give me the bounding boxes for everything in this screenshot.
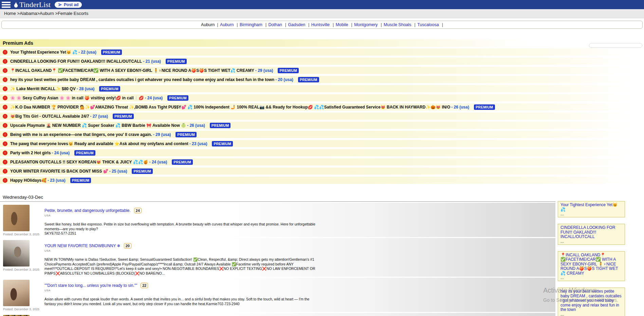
premium-ad-title[interactable]: PLEASANTON OUTCALLS !! SEXY KOREAN😻 THIC… [10,160,148,164]
premium-ad-row: ↑✨ Lake Merritt INCALL✨ $80 QV - 28 (usa… [0,85,644,92]
listing-left: Posted: December 3, 2025 [3,205,39,236]
city-link[interactable]: Muscle Shoals [384,22,411,27]
premium-ad-title[interactable]: ✨K.O Daa NUMBER 🏆 PROVIDER 💁✨💕AMAZING Th… [10,105,450,110]
up-arrow-icon: ↑ [3,86,7,91]
city-separator: | [215,22,219,27]
listing-body: YOUR NEW FAVORITE SNOWBUNNY ❄20USANEW IN… [44,240,316,276]
premium-ad-title[interactable]: ✨ Lake Merritt INCALL✨ $80 QV [10,86,76,91]
premium-badge: PREMIUM [167,95,188,101]
city-link[interactable]: Gadsden [288,22,305,27]
listing-left: Posted: December 3, 2025 [3,240,39,276]
sidebar-premium-previews: Your Tightest Experience Yet😼 💦...CINDER… [558,201,625,316]
premium-ad-age: - 29 (usa) [153,132,171,137]
premium-badge: PREMIUM [70,178,91,183]
sidebar-ad-link[interactable]: 📍INCALL OAKLAND📍 ✅FACETIME/CAR✅ WITH A S… [560,253,622,276]
premium-ad-title[interactable]: YOUR WINTER FAVORITE IS BACK DONT MISS 💕 [10,169,108,174]
premium-badge: PREMIUM [99,86,120,92]
premium-ad-title[interactable]: CINDERELLA LOOKING FOR FUN!!! OAKLAND!!!… [10,59,142,64]
listing-row: A lady for all occasions38USA [0,313,555,316]
premium-ad-title[interactable]: Party with 2 Hot girls [10,151,51,155]
up-arrow-icon: ↑ [3,160,7,164]
city-separator: | [283,22,288,27]
premium-ad-row: ↑Being with me is an experience—one that… [0,131,644,138]
city-link[interactable]: Dothan [268,22,282,27]
premium-ad-row: ↑😻Big Tits Girl - OUTCALL Available 24/7… [0,113,644,120]
listing-thumbnail[interactable] [3,240,30,266]
city-current: Auburn [201,22,215,27]
brand-logo[interactable]: TinderList [13,0,51,9]
premium-ad-age: - 27 (usa) [90,114,108,119]
premium-ad-title[interactable]: Being with me is an experience—one that … [10,132,152,137]
flame-icon [13,1,19,8]
city-link[interactable]: Huntsville [311,22,330,27]
posted-date: Posted: December 3, 2025 [3,268,39,271]
up-arrow-icon: ↑ [3,114,7,119]
listings-list: Posted: December 3, 2025Petite, brunette… [0,203,555,316]
up-arrow-icon: ↑ [3,105,7,110]
city-separator: | [330,22,335,27]
premium-ad-age: - 23 (usa) [48,178,66,183]
up-arrow-icon: ↑ [3,96,7,100]
up-arrow-icon: ↑ [3,151,7,155]
premium-badge: PREMIUM [298,77,319,82]
premium-ad-title[interactable]: 🌸 🌸 Sexy CuRvy Asian 🌸 🌸 in call 🍑 visit… [10,96,144,100]
city-link[interactable]: Birmingham [240,22,262,27]
premium-ad-title[interactable]: Upscale Playmate 🌋 NEW NUMBER 💦 Super So… [10,123,186,128]
premium-ad-title[interactable]: 📍INCALL OAKLAND📍 ✅FACETIME/CAR✅ WITH A S… [10,68,254,73]
sidebar-ad-more[interactable]: ... [560,212,622,216]
premium-badge: PREMIUM [166,59,187,64]
listing-row: Posted: December 3, 2025YOUR NEW FAVORIT… [0,238,555,277]
city-link[interactable]: Montgomery [354,22,378,27]
listing-thumbnail[interactable] [3,205,30,231]
premium-ad-age: - 24 (usa) [52,151,70,155]
listing-title-link[interactable]: Petite, brunette, and dangerously unforg… [44,208,131,213]
listing-description: Sweet like honey, bold like espresso. Pe… [44,222,316,231]
premium-ad-age: - 20 (usa) [275,77,293,82]
premium-ad-title[interactable]: Happy HOlidays🥰 [10,178,47,183]
sidebar-ad-link[interactable]: Your Tightest Experience Yet😼 💦 [560,203,622,212]
city-links-bar: Auburn | Auburn | Birmingham | Dothan | … [1,21,643,29]
premium-ad-row: ↑YOUR WINTER FAVORITE IS BACK DONT MISS … [0,167,644,175]
sidebar-ad-link[interactable]: CINDERELLA LOOKING FOR FUN!!! OAKLAND!!!… [560,225,622,239]
premium-badge: PREMIUM [113,114,134,119]
premium-ad-title[interactable]: Your Tightest Experience Yet😼 💦 [10,50,77,55]
date-header: Wednesday-03-Dec [3,195,644,200]
premium-ad-age: - 28 (usa) [77,86,95,91]
city-link[interactable]: Mobile [336,22,348,27]
city-link[interactable]: Tuscaloosa [417,22,439,27]
sidebar-ad-more[interactable]: ... [560,312,622,316]
breadcrumb[interactable]: Home >Alabama>Auburn >Female Escorts [0,9,644,18]
premium-ad-age: - 22 (usa) [78,50,96,55]
premium-ad-row: ↑Your Tightest Experience Yet😼 💦 - 22 (u… [0,48,644,56]
premium-badge: PREMIUM [172,159,193,165]
listing-body: Petite, brunette, and dangerously unforg… [44,205,316,236]
up-arrow-icon: ↑ [3,141,7,146]
premium-badge: PREMIUM [474,104,495,110]
sidebar-ad-more[interactable]: ... [560,276,622,280]
premium-ad-row: ↑Happy HOlidays🥰 - 23 (usa)PREMIUM [0,177,644,184]
city-separator: | [349,22,353,27]
premium-ad-row: ↑CINDERELLA LOOKING FOR FUN!!! OAKLAND!!… [0,58,644,65]
premium-ad-age: - 26 (usa) [451,105,469,110]
post-ad-button[interactable]: Post ad [55,2,82,8]
city-separator: | [440,22,443,27]
listing-title-link[interactable]: YOUR NEW FAVORITE SNOWBUNNY ❄ [44,243,121,248]
premium-ad-title[interactable]: hey its your best wettes petite baby DRE… [10,77,274,82]
sidebar-ad-link[interactable]: hey its your best wettes petite baby DRE… [560,289,622,312]
listing-description: NEW IN TOWNMy name is Dallas !Seductive,… [44,257,316,276]
sidebar-ad-more[interactable]: ... [560,239,622,243]
listing-title-link[interactable]: ""Don't stare too long... unless you're … [44,283,137,288]
date-divider [0,201,555,202]
paper-plane-icon [58,3,62,7]
listing-country: USA [44,214,316,217]
premium-ad-title[interactable]: The pawg that everyone loves😼 Ready and … [10,141,188,146]
listing-country: USA [44,249,316,252]
up-arrow-icon: ↑ [3,178,7,183]
city-link[interactable]: Auburn [220,22,234,27]
premium-ad-age: - 24 (usa) [149,160,167,164]
premium-ad-title[interactable]: 😻Big Tits Girl - OUTCALL Available 24/7 [10,114,89,119]
listing-thumbnail[interactable] [3,280,30,306]
premium-ad-row: ↑Upscale Playmate 🌋 NEW NUMBER 💦 Super S… [0,122,644,129]
hamburger-menu-icon[interactable] [2,1,11,8]
city-separator: | [263,22,268,27]
